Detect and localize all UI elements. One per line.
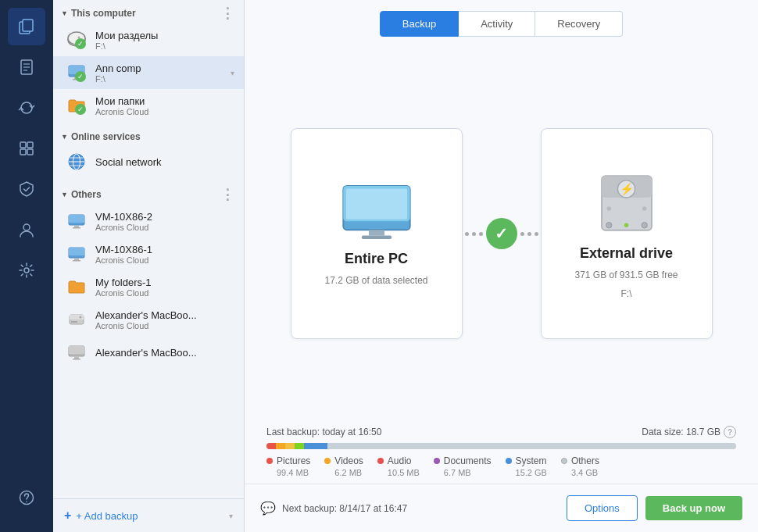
item-name: Alexander's MacBoo... [95,309,234,321]
check-badge: ✓ [75,38,86,49]
svg-point-11 [24,268,29,273]
data-bar-track [266,443,736,449]
source-box: Entire PC 17.2 GB of data selected [291,128,463,339]
destination-box: ⚡ External drive 371 GB of 931.5 GB free… [541,128,713,339]
item-sub: Acronis Cloud [95,288,234,298]
monitor-icon: ✓ [66,62,88,84]
tab-activity[interactable]: Activity [459,11,535,37]
svg-rect-1 [23,20,33,31]
bar-seg-audio [285,443,295,449]
backup-visual: Entire PC 17.2 GB of data selected ✓ [263,49,739,418]
sidebar-item-my-folders[interactable]: ✓ Мои папки Acronis Cloud [53,89,244,122]
section-menu-others[interactable]: ⋮ [220,187,234,202]
item-text-my-folders-1: My folders-1 Acronis Cloud [95,277,234,298]
tab-recovery[interactable]: Recovery [535,11,623,37]
folder-icon: ✓ [66,95,88,116]
last-backup-text: Last backup: today at 16:50 [266,427,381,437]
settings-icon-btn[interactable] [8,252,45,289]
bottom-bar: 💬 Next backup: 8/14/17 at 16:47 Options … [245,484,758,532]
item-text-my-partitions: Мои разделы F:\ [95,30,234,51]
tabs-bar: Backup Activity Recovery [245,0,758,37]
folder-icon-2 [66,276,88,298]
dot-3 [479,232,483,236]
data-bar-info: Last backup: today at 16:50 Data size: 1… [266,426,736,438]
legend-item-others: Others 3.4 GB [561,455,599,477]
svg-rect-40 [74,357,79,359]
sidebar-item-my-folders-1[interactable]: My folders-1 Acronis Cloud [53,270,244,303]
item-text-my-folders: Мои папки Acronis Cloud [95,95,234,116]
legend-item-documents: Documents 6.7 MB [434,455,492,477]
next-backup-text: Next backup: 8/14/17 at 16:47 [282,503,407,514]
icon-bar-top [8,8,45,476]
sidebar-section-online-services[interactable]: ▼ Online services [53,125,244,145]
sidebar-item-vm-10x86-1[interactable]: VM-10X86-1 Acronis Cloud [53,237,244,270]
legend-dot-system [506,458,512,464]
sidebar-item-alexanders-macboo-1[interactable]: Alexander's MacBoo... Acronis Cloud [53,303,244,336]
chevron-down-icon: ▼ [61,191,68,198]
svg-rect-44 [345,188,406,219]
svg-rect-46 [361,235,391,239]
svg-rect-6 [20,142,26,148]
sidebar-item-alexanders-macboo-2[interactable]: Alexander's MacBoo... [53,336,244,369]
data-size-help-icon[interactable]: ? [724,426,736,438]
svg-point-51 [606,222,611,227]
legend-item-system: System 15.2 GB [506,455,547,477]
connector-line: ✓ [465,218,538,249]
legend-dot-others [561,458,567,464]
options-button[interactable]: Options [567,495,638,521]
svg-rect-28 [74,226,79,227]
svg-point-10 [23,224,30,230]
legend-dot-documents [434,458,440,464]
help-icon-btn[interactable] [8,479,45,516]
svg-rect-27 [69,215,84,223]
sidebar-item-vm-10x86-2[interactable]: VM-10X86-2 Acronis Cloud [53,205,244,237]
item-name: VM-10X86-1 [95,244,234,255]
dot-1 [465,232,469,236]
external-drive-icon: ⚡ [595,169,658,237]
monitor-small-icon-2 [66,243,88,265]
svg-rect-31 [69,248,84,255]
section-menu-this-computer[interactable]: ⋮ [220,6,234,20]
check-badge: ✓ [75,104,86,115]
dot-4 [520,232,524,236]
item-text-vm-10x86-1: VM-10X86-1 Acronis Cloud [95,244,234,265]
sidebar: ▼ This computer ⋮ ✓ Мои разделы F:\ [53,0,245,532]
tab-backup[interactable]: Backup [380,11,459,37]
shield-icon-btn[interactable] [8,170,45,208]
svg-point-53 [606,206,611,211]
sidebar-item-ann-comp[interactable]: ✓ Ann comp F:\ ▾ [53,56,244,89]
bar-seg-pictures [266,443,276,449]
svg-point-55 [624,223,628,227]
destination-title: External drive [580,245,673,262]
grid-icon-btn[interactable] [8,130,45,167]
data-bar-section: Last backup: today at 16:50 Data size: 1… [263,418,739,477]
check-badge: ✓ [75,71,86,82]
svg-rect-8 [20,149,26,155]
document-icon-btn[interactable] [8,48,45,86]
svg-point-36 [80,316,82,319]
user-icon-btn[interactable] [8,211,45,248]
svg-rect-9 [27,149,33,155]
item-sub: F:\ [95,74,223,84]
item-text-alexanders-macboo-1: Alexander's MacBoo... Acronis Cloud [95,309,234,330]
legend-dot-audio [377,458,384,464]
add-backup-footer[interactable]: + + Add backup ▾ [53,498,244,532]
hdd-icon-2 [66,309,88,330]
sidebar-section-others[interactable]: ▼ Others ⋮ [53,181,244,205]
add-backup-label: + Add backup [76,510,138,522]
copy-icon-btn[interactable] [8,8,45,45]
item-text-ann-comp: Ann comp F:\ [95,62,223,84]
item-sub: Acronis Cloud [95,107,234,116]
backup-now-button[interactable]: Back up now [645,496,742,520]
legend-val-others: 3.4 GB [561,468,599,477]
sync-icon-btn[interactable] [8,89,45,127]
item-text-alexanders-macboo-2: Alexander's MacBoo... [95,347,234,359]
sidebar-item-social-network[interactable]: Social network [53,145,244,178]
sidebar-item-my-partitions[interactable]: ✓ Мои разделы F:\ [53,23,244,56]
svg-text:⚡: ⚡ [619,181,634,195]
bar-seg-system [304,443,327,449]
section-label-online-services: Online services [71,131,141,142]
sidebar-section-this-computer[interactable]: ▼ This computer ⋮ [53,0,244,23]
item-name: Social network [95,156,234,168]
item-name: My folders-1 [95,277,234,288]
